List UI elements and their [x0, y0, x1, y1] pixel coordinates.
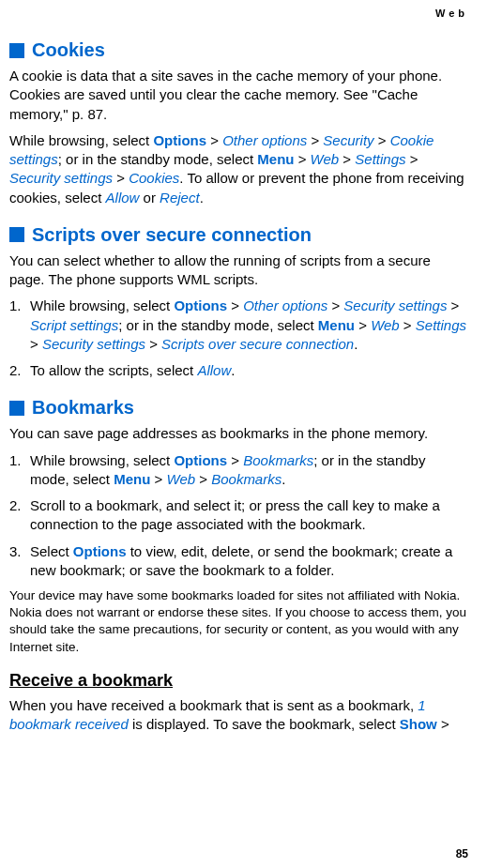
menu-path-options: Options — [153, 132, 206, 148]
text: > — [295, 151, 311, 167]
text: > — [374, 132, 390, 148]
bookmarks-list: While browsing, select Options > Bookmar… — [9, 451, 468, 581]
menu-path-cookies: Cookies — [129, 170, 179, 186]
cookies-para-1: A cookie is data that a site saves in th… — [9, 67, 468, 124]
menu-path-security-settings: Security settings — [343, 297, 447, 313]
square-bullet-icon — [9, 43, 24, 58]
text: > — [327, 297, 343, 313]
menu-path-reject: Reject — [160, 190, 200, 206]
menu-path-web: Web — [311, 151, 340, 167]
section-title-bookmarks: Bookmarks — [9, 397, 468, 419]
text: . — [354, 336, 358, 352]
menu-path-settings: Settings — [416, 317, 466, 333]
text: While browsing, select — [30, 452, 174, 468]
menu-path-options: Options — [174, 452, 227, 468]
list-item: While browsing, select Options > Bookmar… — [9, 451, 468, 490]
menu-path-other-options: Other options — [243, 297, 327, 313]
text: > — [227, 297, 243, 313]
menu-path-bookmarks: Bookmarks — [211, 471, 282, 487]
text: > — [400, 317, 416, 333]
text: > — [339, 151, 355, 167]
text: . — [200, 190, 204, 206]
menu-path-other-options: Other options — [222, 132, 307, 148]
text: > — [227, 452, 243, 468]
list-item: Scroll to a bookmark, and select it; or … — [9, 496, 468, 535]
text: is displayed. To save the bookmark, sele… — [129, 716, 400, 732]
receive-bookmark-para: When you have received a bookmark that i… — [9, 696, 468, 735]
text: > — [406, 151, 419, 167]
section-bookmarks: Bookmarks You can save page addresses as… — [9, 397, 468, 734]
text: . — [282, 471, 285, 487]
section-cookies: Cookies A cookie is data that a site sav… — [9, 39, 468, 207]
text: > — [355, 317, 371, 333]
list-item: While browsing, select Options > Other o… — [9, 297, 468, 354]
text: While browsing, select — [30, 297, 174, 313]
square-bullet-icon — [9, 227, 24, 242]
square-bullet-icon — [9, 401, 24, 416]
heading-scripts: Scripts over secure connection — [32, 224, 312, 246]
page-header-label: Web — [435, 8, 468, 19]
menu-path-script-settings: Script settings — [30, 317, 118, 333]
text: Select — [30, 543, 73, 559]
text: > — [150, 471, 166, 487]
text: > — [307, 132, 323, 148]
menu-path-settings: Settings — [355, 151, 405, 167]
text: > — [195, 471, 211, 487]
menu-path-web: Web — [371, 317, 400, 333]
page-number: 85 — [456, 847, 468, 860]
text: While browsing, select — [9, 132, 153, 148]
menu-path-options: Options — [174, 297, 227, 313]
heading-cookies: Cookies — [32, 39, 105, 61]
text: To allow the scripts, select — [30, 362, 197, 378]
list-item: Select Options to view, edit, delete, or… — [9, 542, 468, 581]
menu-path-web: Web — [167, 471, 196, 487]
menu-path-bookmarks: Bookmarks — [243, 452, 313, 468]
scripts-list: While browsing, select Options > Other o… — [9, 297, 468, 380]
menu-path-options: Options — [73, 543, 127, 559]
text: > — [206, 132, 222, 148]
menu-path-menu: Menu — [318, 317, 355, 333]
text: or — [139, 190, 160, 206]
menu-path-security-settings: Security settings — [9, 170, 113, 186]
menu-path-menu: Menu — [257, 151, 294, 167]
text: > — [145, 336, 161, 352]
text: > — [437, 716, 449, 732]
menu-path-allow: Allow — [197, 362, 231, 378]
section-scripts: Scripts over secure connection You can s… — [9, 224, 468, 381]
text: When you have received a bookmark that i… — [9, 697, 418, 713]
section-title-scripts: Scripts over secure connection — [9, 224, 468, 246]
list-item: To allow the scripts, select Allow. — [9, 361, 468, 380]
text: > — [447, 297, 459, 313]
scripts-para-1: You can select whether to allow the runn… — [9, 251, 468, 290]
text: . — [231, 362, 235, 378]
text: ; or in the standby mode, select — [58, 151, 258, 167]
heading-receive-bookmark: Receive a bookmark — [9, 671, 468, 691]
menu-path-security: Security — [323, 132, 373, 148]
heading-bookmarks: Bookmarks — [32, 397, 134, 419]
bookmarks-para-1: You can save page addresses as bookmarks… — [9, 424, 468, 443]
menu-path-show: Show — [400, 716, 437, 732]
menu-path-menu: Menu — [114, 471, 150, 487]
menu-path-security-settings: Security settings — [42, 336, 145, 352]
menu-path-scripts-over: Scripts over secure connection — [161, 336, 354, 352]
text: ; or in the standby mode, select — [118, 317, 318, 333]
bookmarks-note: Your device may have some bookmarks load… — [9, 587, 468, 656]
section-title-cookies: Cookies — [9, 39, 468, 61]
text: > — [113, 170, 129, 186]
cookies-para-2: While browsing, select Options > Other o… — [9, 131, 468, 207]
text: > — [30, 336, 42, 352]
menu-path-allow: Allow — [106, 190, 140, 206]
